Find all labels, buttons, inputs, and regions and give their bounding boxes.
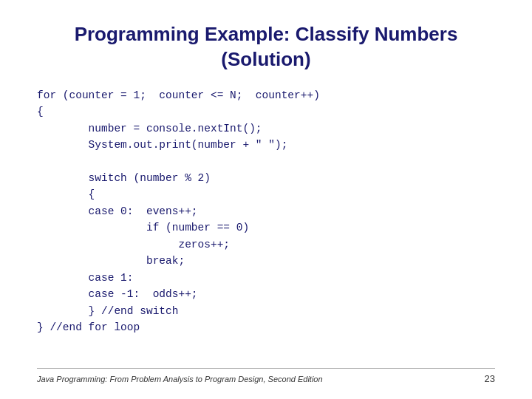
code-line: if (number == 0)	[37, 219, 495, 236]
code-line: } //end switch	[37, 303, 495, 319]
footer-page: 23	[485, 373, 495, 384]
code-line: case 0: evens++;	[37, 203, 495, 219]
code-line	[37, 153, 495, 169]
code-line: number = console.nextInt();	[37, 120, 495, 137]
code-line: case 1:	[37, 270, 495, 286]
code-line: } //end for loop	[37, 319, 495, 335]
slide-container: Programming Example: Classify Numbers (S…	[0, 0, 532, 399]
title-line2: (Solution)	[221, 48, 310, 70]
footer: Java Programming: From Problem Analysis …	[37, 368, 495, 384]
code-line: switch (number % 2)	[37, 170, 495, 186]
code-line: System.out.print(number + " ");	[37, 137, 495, 153]
code-line: break;	[37, 253, 495, 269]
footer-text: Java Programming: From Problem Analysis …	[37, 375, 323, 383]
code-line: zeros++;	[37, 236, 495, 253]
code-line: {	[37, 103, 495, 120]
code-line: {	[37, 186, 495, 202]
slide-title: Programming Example: Classify Numbers (S…	[37, 22, 495, 72]
code-block: for (counter = 1; counter <= N; counter+…	[37, 87, 495, 361]
code-line: case -1: odds++;	[37, 286, 495, 302]
title-line1: Programming Example: Classify Numbers	[75, 23, 458, 45]
code-line: for (counter = 1; counter <= N; counter+…	[37, 87, 495, 103]
